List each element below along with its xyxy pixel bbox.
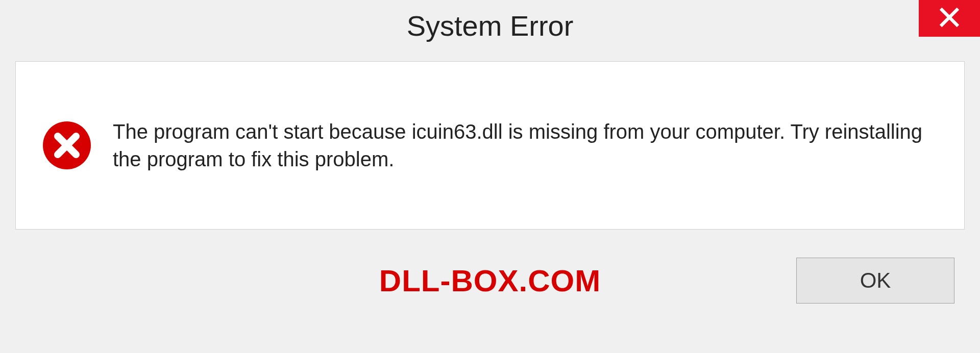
error-message: The program can't start because icuin63.… — [113, 118, 944, 173]
close-icon — [938, 6, 961, 31]
dialog-content: The program can't start because icuin63.… — [15, 61, 965, 230]
watermark-text: DLL-BOX.COM — [379, 263, 601, 298]
ok-button[interactable]: OK — [796, 258, 954, 304]
ok-button-label: OK — [860, 268, 891, 293]
dialog-footer: DLL-BOX.COM OK — [15, 230, 965, 332]
title-bar: System Error — [0, 0, 980, 51]
dialog-title: System Error — [407, 9, 574, 42]
close-button[interactable] — [919, 0, 980, 37]
error-icon — [41, 120, 92, 171]
